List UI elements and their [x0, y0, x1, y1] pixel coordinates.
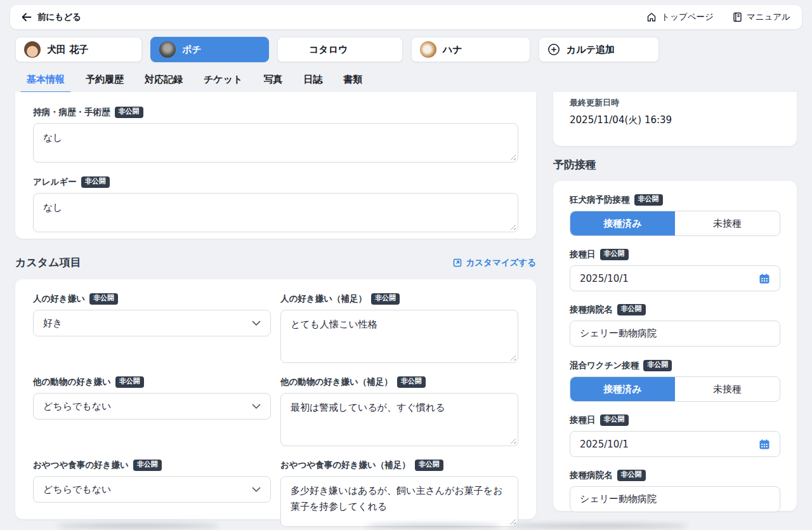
- add-karte-button[interactable]: カルテ追加: [539, 37, 659, 62]
- home-icon: [646, 12, 657, 22]
- chevron-down-icon: [252, 321, 261, 326]
- pet-tab-label: ポチ: [182, 44, 202, 56]
- last-updated-card: 最終更新日時 2025/11/04(火) 16:39: [553, 92, 797, 146]
- food-pref-note-textarea[interactable]: 多少好き嫌いはあるが、飼い主さんがお菓子をお菓子を持参してくれる: [280, 476, 518, 527]
- field-label: アレルギー 非公開: [33, 176, 518, 188]
- pet-tab-hana[interactable]: ハナ: [411, 37, 530, 62]
- customize-link[interactable]: カスタマイズする: [453, 257, 536, 268]
- combo-date-value: 2025/10/1: [580, 439, 629, 450]
- dog-avatar: [286, 41, 303, 58]
- private-badge: 非公開: [634, 194, 663, 205]
- top-page-link[interactable]: トップページ: [646, 11, 714, 23]
- allergy-value: なし: [43, 202, 63, 213]
- calendar-icon[interactable]: [759, 439, 770, 450]
- food-pref-select[interactable]: どちらでもない: [33, 476, 271, 503]
- rabies-hospital-value: シェリー動物病院: [580, 328, 657, 340]
- resize-handle[interactable]: [509, 518, 516, 524]
- tab-documents[interactable]: 書類: [343, 74, 362, 93]
- tab-diary[interactable]: 日誌: [303, 74, 322, 93]
- rabies-hospital-input[interactable]: シェリー動物病院: [570, 321, 780, 347]
- customize-link-label: カスタマイズする: [466, 257, 536, 268]
- animals-pref-note-textarea[interactable]: 最初は警戒しているが、すぐ慣れる: [280, 393, 518, 446]
- custom-field: おやつや食事の好き嫌い（補足） 非公開 多少好き嫌いはあるが、飼い主さんがお菓子…: [280, 460, 518, 527]
- combo-date-input[interactable]: 2025/10/1: [570, 431, 780, 457]
- private-badge: 非公開: [89, 293, 118, 304]
- rabies-vaccine-label: 狂犬病予防接種: [570, 194, 630, 206]
- combo-hospital-label: 接種病院名: [570, 470, 613, 481]
- food-pref-note-value: 多少好き嫌いはあるが、飼い主さんがお菓子をお菓子を持参してくれる: [291, 485, 503, 512]
- people-pref-note-textarea[interactable]: とても人懐こい性格: [280, 310, 518, 363]
- rabies-status-done[interactable]: 接種済み: [570, 211, 675, 235]
- food-pref-label: おやつや食事の好き嫌い: [33, 460, 129, 471]
- rabies-status-not[interactable]: 未接種: [675, 211, 780, 235]
- pet-tab-owner[interactable]: 犬田 花子: [15, 37, 142, 62]
- vaccination-card: 狂犬病予防接種 非公開 接種済み 未接種 接種日 非公開 2025/10/1 接…: [553, 181, 797, 511]
- animals-pref-note-label: 他の動物の好き嫌い（補足）: [280, 376, 393, 388]
- below-fold-shadow: [56, 524, 219, 527]
- food-pref-value: どちらでもない: [43, 484, 111, 496]
- private-badge: 非公開: [81, 176, 110, 187]
- last-updated-label: 最終更新日時: [570, 97, 780, 109]
- external-link-icon: [453, 258, 462, 267]
- animals-pref-note-value: 最初は警戒しているが、すぐ慣れる: [291, 402, 445, 413]
- people-pref-note-value: とても人懐こい性格: [291, 319, 377, 330]
- people-pref-value: 好き: [43, 317, 62, 329]
- rabies-date-value: 2025/10/1: [580, 273, 629, 284]
- combo-status-toggle: 接種済み 未接種: [570, 376, 780, 402]
- pet-tab-kotaro[interactable]: コタロウ: [277, 37, 403, 62]
- calendar-icon[interactable]: [759, 273, 770, 284]
- book-icon: [733, 12, 742, 22]
- resize-handle[interactable]: [509, 354, 516, 361]
- custom-section-header: カスタム項目 カスタマイズする: [15, 255, 536, 270]
- top-bar-links: トップページ マニュアル: [646, 11, 790, 23]
- manual-label: マニュアル: [747, 11, 790, 23]
- rabies-hospital-label: 接種病院名: [570, 304, 613, 315]
- allergy-label: アレルギー: [33, 176, 77, 188]
- top-bar: 前にもどる トップページ マニュアル: [10, 5, 802, 29]
- resize-handle[interactable]: [509, 154, 516, 160]
- private-badge: 非公開: [415, 460, 443, 470]
- private-badge: 非公開: [133, 460, 162, 470]
- arrow-left-icon: [22, 13, 32, 22]
- resize-handle[interactable]: [509, 223, 516, 230]
- record-tabs: 基本情報 予約履歴 対応記録 チケット 写真 日誌 書類: [27, 74, 362, 93]
- pet-tab-label: 犬田 花子: [47, 44, 88, 56]
- plus-circle-icon: [547, 43, 560, 56]
- field-label: 持病・病歴・手術歴 非公開: [33, 107, 518, 118]
- private-badge: 非公開: [600, 249, 629, 260]
- custom-field: 他の動物の好き嫌い 非公開 どちらでもない: [33, 376, 271, 446]
- combo-status-not[interactable]: 未接種: [675, 377, 780, 401]
- rabies-date-input[interactable]: 2025/10/1: [570, 265, 780, 291]
- custom-field: 他の動物の好き嫌い（補足） 非公開 最初は警戒しているが、すぐ慣れる: [280, 376, 518, 446]
- tab-basic-info[interactable]: 基本情報: [27, 74, 65, 93]
- animals-pref-value: どちらでもない: [43, 401, 111, 413]
- pet-tab-label: ハナ: [443, 44, 462, 56]
- manual-link[interactable]: マニュアル: [733, 11, 790, 23]
- tab-support-records[interactable]: 対応記録: [145, 74, 183, 93]
- allergy-textarea[interactable]: なし: [33, 193, 518, 232]
- animals-pref-select[interactable]: どちらでもない: [33, 393, 271, 420]
- karte-selector: 犬田 花子 ポチ コタロウ ハナ カルテ追加: [15, 37, 659, 62]
- resize-handle[interactable]: [509, 437, 516, 444]
- pet-tab-pochi[interactable]: ポチ: [150, 37, 269, 62]
- combo-date-label: 接種日: [570, 414, 596, 426]
- back-button[interactable]: 前にもどる: [22, 11, 81, 23]
- last-updated-value: 2025/11/04(火) 16:39: [570, 114, 780, 126]
- medical-info-card: 持病・病歴・手術歴 非公開 なし アレルギー 非公開 なし: [15, 92, 536, 239]
- below-fold-shadow: [365, 524, 501, 527]
- medical-history-textarea[interactable]: なし: [33, 123, 518, 162]
- people-pref-note-label: 人の好き嫌い（補足）: [280, 293, 367, 305]
- tab-tickets[interactable]: チケット: [204, 74, 242, 93]
- tab-photos[interactable]: 写真: [263, 74, 282, 93]
- combo-hospital-input[interactable]: シェリー動物病院: [570, 486, 780, 512]
- private-badge: 非公開: [397, 376, 426, 387]
- chevron-down-icon: [252, 404, 261, 409]
- people-pref-select[interactable]: 好き: [33, 310, 271, 336]
- custom-field: 人の好き嫌い（補足） 非公開 とても人懐こい性格: [280, 293, 518, 363]
- private-badge: 非公開: [115, 107, 143, 117]
- combo-status-done[interactable]: 接種済み: [570, 377, 675, 401]
- rabies-date-label: 接種日: [570, 249, 596, 260]
- tab-reservation-history[interactable]: 予約履歴: [86, 74, 124, 93]
- private-badge: 非公開: [115, 376, 144, 387]
- private-badge: 非公開: [617, 304, 646, 315]
